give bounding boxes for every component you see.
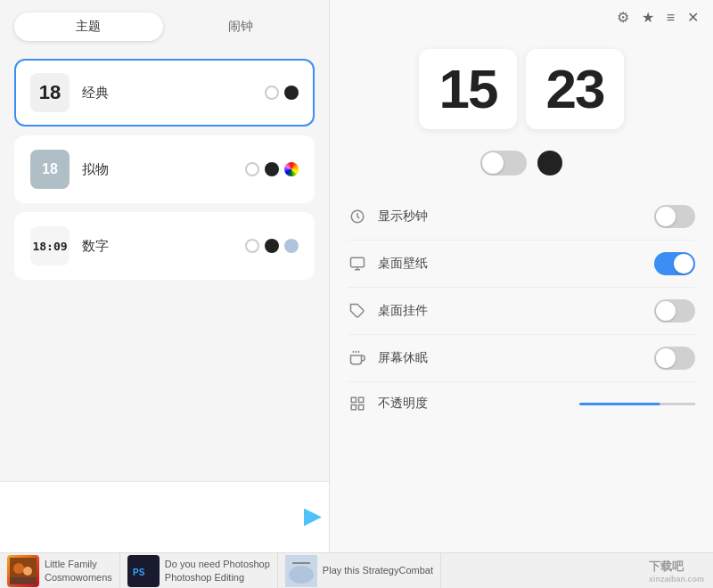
clock-display: 15 23 [330,31,713,143]
radio-empty-skeu[interactable] [245,162,259,176]
banner-item-photoshop[interactable]: PS Do you need Photoshop Photoshop Editi… [120,553,278,588]
banner-title-photoshop: Do you need Photoshop [165,558,270,570]
cup-icon [348,348,367,368]
opacity-slider[interactable] [579,403,695,405]
star-icon[interactable]: ★ [642,9,654,26]
screen-sleep-toggle[interactable] [654,347,695,370]
svg-point-14 [23,567,32,576]
theme-list: 18 经典 18 拟物 18:09 数字 [0,50,329,481]
theme-preview-classic: 18 [30,73,70,112]
color-dot-black-classic[interactable] [284,86,299,100]
svg-rect-20 [292,562,310,564]
banner-item-cosmow[interactable]: Little Family Cosmowomens [0,553,120,588]
clock-hours: 15 [439,61,497,117]
banner-items: Little Family Cosmowomens PS Do you need… [0,553,441,588]
banner-text-strategy: Play this StrategyCombat [323,564,433,576]
grid-icon [348,394,367,413]
banner-title-cosmow: Little Family [45,558,112,570]
clock-minutes-card: 23 [526,49,624,129]
setting-desktop-wallpaper: 桌面壁纸 [348,241,695,288]
theme-options-digital [245,239,299,253]
svg-rect-15 [10,577,37,584]
clock-minutes: 23 [546,61,604,117]
setting-opacity: 不透明度 [348,382,695,425]
show-seconds-toggle[interactable] [654,205,695,228]
right-panel: ⚙ ★ ≡ ✕ 15 23 [330,0,713,552]
opacity-label: 不透明度 [378,396,569,412]
settings-list: 显示秒钟 桌面壁纸 桌面挂件 [330,190,713,552]
theme-color-selector [330,143,713,190]
desktop-wallpaper-label: 桌面壁纸 [378,256,643,272]
tab-bar: 主题 闹钟 [0,0,329,50]
svg-point-19 [289,566,314,584]
theme-preview-digital: 18:09 [30,226,70,265]
svg-rect-1 [351,257,365,267]
banner-thumb-cosmow [7,555,39,587]
setting-screen-sleep: 屏幕休眠 [348,335,695,382]
tab-alarm[interactable]: 闹钟 [167,12,316,41]
svg-rect-9 [359,397,364,402]
banner-item-strategy[interactable]: Play this StrategyCombat [278,553,441,588]
clock-icon [348,207,367,226]
theme-preview-skeu: 18 [30,150,70,189]
monitor-icon [348,254,367,274]
settings-icon[interactable]: ⚙ [617,9,629,26]
ad-play-icon [304,509,322,527]
bottom-banner: Little Family Cosmowomens PS Do you need… [0,552,713,588]
svg-rect-10 [351,405,356,410]
color-dot-rainbow-skeu[interactable] [284,162,299,176]
banner-text-photoshop: Do you need Photoshop Photoshop Editing [165,558,270,584]
theme-options-skeu [245,162,299,176]
theme-name-skeu: 拟物 [82,161,233,178]
color-dot-blue-digital[interactable] [284,239,299,253]
banner-title-strategy: Play this StrategyCombat [323,564,433,576]
theme-item-skeu[interactable]: 18 拟物 [14,135,315,203]
setting-show-seconds: 显示秒钟 [348,193,695,241]
theme-name-classic: 经典 [82,85,252,102]
ad-banner [0,481,329,552]
watermark-text: 下载吧 [649,559,684,573]
banner-text-cosmow: Little Family Cosmowomens [45,558,112,584]
menu-icon[interactable]: ≡ [667,10,675,26]
show-seconds-label: 显示秒钟 [378,208,643,225]
theme-name-digital: 数字 [82,238,233,255]
site-watermark: 下载吧 xinzaiban.com [640,559,713,584]
clock-hours-card: 15 [419,49,517,129]
banner-source-photoshop: Photoshop Editing [165,571,270,584]
top-toolbar: ⚙ ★ ≡ ✕ [330,0,713,31]
color-dot-black-skeu[interactable] [265,162,279,176]
screen-sleep-label: 屏幕休眠 [378,350,643,366]
svg-rect-8 [351,397,356,402]
theme-item-classic[interactable]: 18 经典 [14,59,315,127]
svg-text:PS: PS [133,568,145,577]
banner-thumb-photoshop: PS [127,555,160,587]
tab-theme[interactable]: 主题 [14,12,163,41]
banner-source-cosmow: Cosmowomens [45,571,112,584]
theme-item-digital[interactable]: 18:09 数字 [14,212,315,280]
left-panel: 主题 闹钟 18 经典 18 拟物 [0,0,330,552]
banner-thumb-strategy [285,555,317,587]
desktop-widget-toggle[interactable] [654,299,695,323]
radio-empty-digital[interactable] [245,239,259,253]
svg-point-13 [13,563,24,574]
desktop-wallpaper-toggle[interactable] [654,252,695,275]
color-dot-black-digital[interactable] [265,239,279,253]
watermark-url: xinzaiban.com [649,575,704,584]
desktop-widget-label: 桌面挂件 [378,303,643,319]
color-dot-dark[interactable] [537,151,562,176]
svg-rect-11 [359,405,364,410]
tag-icon [348,301,367,321]
radio-empty-classic[interactable] [265,86,279,100]
theme-toggle[interactable] [480,151,527,176]
close-icon[interactable]: ✕ [687,9,699,26]
theme-options-classic [265,86,299,100]
setting-desktop-widget: 桌面挂件 [348,288,695,335]
